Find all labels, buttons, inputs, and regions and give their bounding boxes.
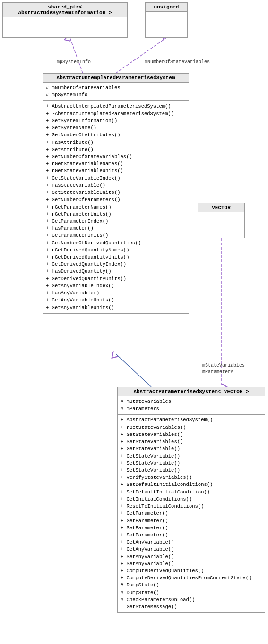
- svg-line-0: [70, 38, 83, 73]
- abstract-parameterised-box: AbstractParameterisedSystem< VECTOR > # …: [117, 387, 265, 613]
- abstract-untemplated-box: AbstractUntemplatedParameterisedSystem #…: [43, 73, 189, 314]
- abstract-parameterised-methods: + AbstractParameterisedSystem() + rGetSt…: [118, 415, 265, 612]
- abstract-parameterised-title: AbstractParameterisedSystem< VECTOR >: [118, 387, 265, 396]
- shared-ptr-title: shared_ptr< AbstractOdeSystemInformation…: [3, 3, 127, 17]
- vector-title: VECTOR: [198, 203, 244, 212]
- svg-line-1: [116, 38, 166, 73]
- label-mNumberOfStateVariables: mNumberOfStateVariables: [145, 59, 210, 65]
- shared-ptr-box: shared_ptr< AbstractOdeSystemInformation…: [2, 2, 128, 38]
- vector-box: VECTOR: [198, 203, 245, 238]
- unsigned-title: unsigned: [146, 3, 187, 12]
- abstract-parameterised-fields: # mStateVariables # mParameters: [118, 396, 265, 415]
- abstract-untemplated-fields: # mNumberOfStateVariables # mpSystemInfo: [43, 83, 189, 101]
- abstract-untemplated-title: AbstractUntemplatedParameterisedSystem: [43, 74, 189, 83]
- abstract-untemplated-methods: + AbstractUntemplatedParameterisedSystem…: [43, 101, 189, 313]
- unsigned-box: unsigned: [145, 2, 188, 38]
- diagram-container: shared_ptr< AbstractOdeSystemInformation…: [0, 0, 268, 644]
- label-state-params: mStateVariables mParameters: [202, 362, 245, 376]
- svg-line-2: [116, 354, 151, 387]
- label-mpSystemInfo: mpSystemInfo: [57, 59, 91, 65]
